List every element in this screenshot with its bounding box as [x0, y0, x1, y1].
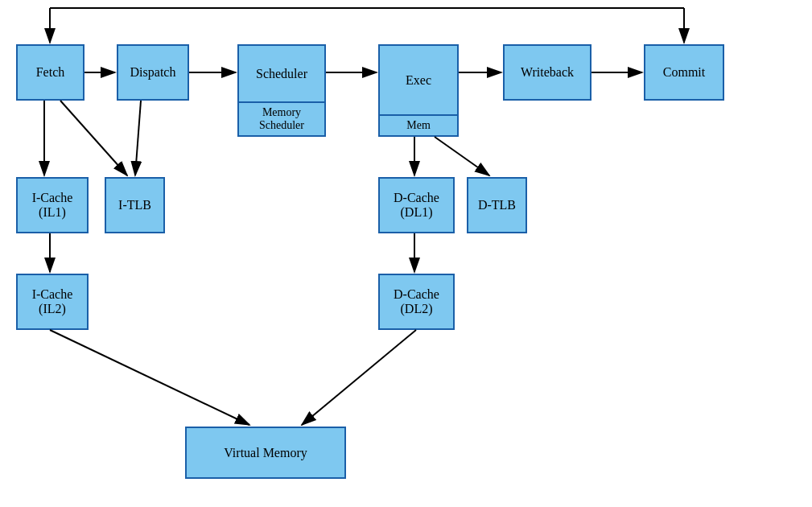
memory-scheduler-label: MemoryScheduler [239, 101, 324, 135]
dcache2-label: D-Cache(DL2) [394, 287, 439, 316]
itlb-label: I-TLB [118, 198, 151, 212]
vmem-box: Virtual Memory [185, 427, 346, 479]
svg-line-10 [60, 101, 127, 175]
dcache2-box: D-Cache(DL2) [378, 274, 455, 330]
dispatch-label: Dispatch [130, 65, 176, 80]
icache2-box: I-Cache(IL2) [16, 274, 89, 330]
svg-line-17 [302, 330, 416, 425]
writeback-label: Writeback [521, 65, 574, 80]
fetch-box: Fetch [16, 44, 84, 101]
dcache1-box: D-Cache(DL1) [378, 177, 455, 233]
scheduler-box: Scheduler MemoryScheduler [237, 44, 326, 137]
commit-box: Commit [644, 44, 724, 101]
writeback-box: Writeback [503, 44, 591, 101]
dtlb-label: D-TLB [478, 198, 516, 212]
svg-line-16 [50, 330, 249, 425]
dcache1-label: D-Cache(DL1) [394, 191, 439, 220]
icache1-box: I-Cache(IL1) [16, 177, 89, 233]
diagram: Fetch Dispatch Scheduler MemoryScheduler… [0, 0, 812, 507]
dtlb-box: D-TLB [467, 177, 527, 233]
fetch-label: Fetch [36, 65, 65, 80]
svg-line-11 [135, 101, 141, 175]
svg-line-14 [435, 137, 489, 175]
itlb-box: I-TLB [105, 177, 165, 233]
commit-label: Commit [663, 65, 705, 80]
icache1-label: I-Cache(IL1) [32, 191, 73, 220]
vmem-label: Virtual Memory [224, 446, 307, 460]
exec-label: Exec [380, 46, 457, 114]
mem-label: Mem [380, 114, 457, 135]
exec-box: Exec Mem [378, 44, 459, 137]
icache2-label: I-Cache(IL2) [32, 287, 73, 316]
scheduler-label: Scheduler [239, 46, 324, 101]
dispatch-box: Dispatch [117, 44, 189, 101]
